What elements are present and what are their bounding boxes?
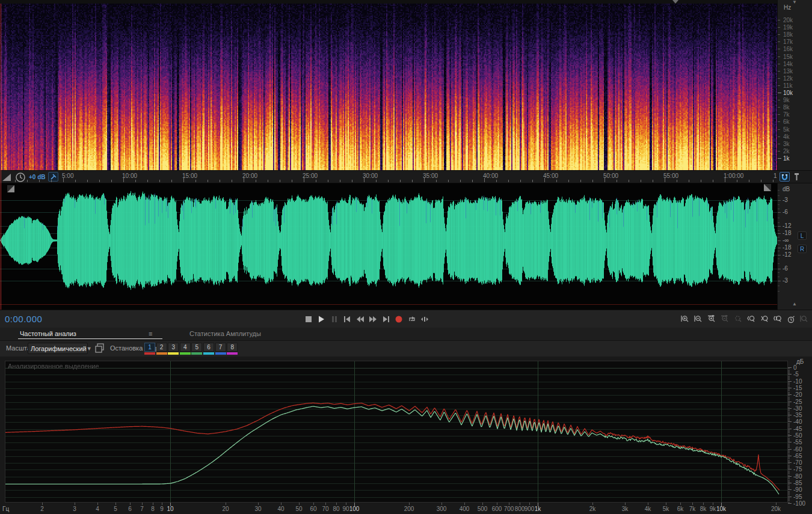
- chart-x-tick: [713, 503, 713, 505]
- time-display[interactable]: 0:00.000: [5, 314, 42, 324]
- chart-y-tick: [788, 381, 792, 382]
- chart-y-minor-tick: [788, 484, 790, 485]
- skip-selection-button[interactable]: [419, 313, 431, 325]
- ruler-tick: [472, 180, 473, 182]
- rewind-button[interactable]: [354, 313, 366, 325]
- spectrogram-scrollbar[interactable]: [0, 0, 812, 4]
- clock-icon[interactable]: [16, 173, 25, 182]
- hz-tick: [778, 158, 781, 159]
- corner-scale-toggle-left-icon[interactable]: [7, 185, 14, 192]
- ruler-tick: [508, 180, 509, 182]
- loop-playback-button[interactable]: [405, 313, 418, 325]
- hold-button-4[interactable]: 4: [180, 343, 191, 352]
- hz-tick-label: 3k: [783, 141, 790, 147]
- zoom-out-selection-button[interactable]: [718, 313, 731, 325]
- record-button[interactable]: [393, 313, 405, 325]
- hold-color-strip: [227, 352, 238, 355]
- chart-y-tick: [788, 497, 792, 497]
- frequency-plot-canvas[interactable]: [5, 361, 787, 502]
- db-tick: [778, 240, 781, 241]
- chart-y-tick-label: -40: [793, 418, 802, 425]
- chart-x-tick: [441, 503, 442, 505]
- chart-x-tick: [680, 503, 681, 505]
- chart-y-tick-label: -50: [793, 432, 802, 439]
- chart-y-minor-tick: [788, 468, 790, 468]
- chevron-up-icon[interactable]: ▲: [792, 301, 797, 307]
- chart-x-tick-label: 1k: [535, 506, 541, 512]
- zoom-full-button[interactable]: [798, 313, 810, 325]
- chart-x-tick: [226, 503, 226, 505]
- hold-button-6[interactable]: 6: [203, 343, 214, 352]
- zoom-in-right-edge-button[interactable]: [758, 313, 770, 325]
- chart-x-tick: [648, 503, 648, 505]
- zoom-out-amplitude-button[interactable]: [692, 313, 704, 325]
- hz-tick-label: 17k: [783, 38, 793, 45]
- zoom-to-selection-button[interactable]: [771, 313, 784, 325]
- chart-y-tick-label: -30: [793, 405, 802, 412]
- chart-y-minor-tick: [788, 502, 790, 503]
- zoom-reset-button[interactable]: [731, 313, 744, 325]
- copy-frames-icon[interactable]: [95, 343, 105, 353]
- hold-button-2[interactable]: 2: [156, 343, 167, 352]
- pin-playhead-toggle[interactable]: [48, 172, 58, 182]
- chart-y-minor-tick: [788, 492, 790, 493]
- spectrogram-display[interactable]: [0, 0, 777, 170]
- tab-amplitude-statistics[interactable]: Статистика Амплитуды: [189, 330, 261, 337]
- hold-button-1[interactable]: 1: [144, 343, 155, 352]
- hold-color-strip: [191, 352, 202, 355]
- chart-x-tick-label: 7: [140, 506, 144, 512]
- ruler-time-label: 1:00:00: [724, 173, 743, 179]
- waveform-display[interactable]: [0, 183, 777, 310]
- ruler-tick: [689, 180, 689, 182]
- stop-button[interactable]: [302, 313, 315, 325]
- chart-y-unit: дБ: [796, 358, 804, 365]
- channel-badge-r[interactable]: R: [798, 245, 807, 253]
- chevron-down-icon: ▼: [87, 346, 92, 352]
- zoom-in-amplitude-button[interactable]: [678, 313, 691, 325]
- corner-scale-toggle-right-icon[interactable]: [764, 184, 771, 191]
- chart-x-tick-label: 3k: [622, 506, 629, 512]
- chart-y-minor-tick: [788, 423, 790, 424]
- go-to-end-button[interactable]: [380, 313, 392, 325]
- hold-button-3[interactable]: 3: [168, 343, 179, 352]
- ruler-tick: [713, 180, 713, 182]
- scale-dropdown[interactable]: Логарифмический ▼: [28, 343, 88, 354]
- hamburger-menu-icon[interactable]: ≡: [149, 330, 152, 337]
- chart-x-tick-label: 700: [504, 506, 514, 512]
- zoom-in-selection-button[interactable]: [705, 313, 718, 325]
- timeline-ruler[interactable]: +0 dB 5:0010:0015:0020:0025:0030:0035:00…: [0, 170, 812, 183]
- fast-forward-button[interactable]: [367, 313, 380, 325]
- channel-badge-l[interactable]: L: [798, 231, 807, 240]
- hz-tick-label: 19k: [783, 24, 793, 31]
- zoom-in-left-edge-button[interactable]: [745, 313, 757, 325]
- hold-button-5[interactable]: 5: [191, 343, 202, 352]
- chart-x-tick-label: 800: [515, 506, 525, 512]
- levels-ramp-icon[interactable]: [2, 174, 11, 181]
- chart-y-minor-tick: [788, 488, 790, 489]
- ruler-time-label: 5:00: [62, 173, 73, 179]
- ruler-tick: [171, 180, 172, 182]
- pause-button[interactable]: [328, 313, 340, 325]
- chart-x-tick-label: 10: [167, 506, 173, 512]
- playhead[interactable]: [1, 4, 1, 310]
- play-button[interactable]: [315, 313, 328, 325]
- level-readout[interactable]: +0 dB: [29, 174, 46, 180]
- db-minor-tick: [778, 259, 780, 259]
- chart-y-minor-tick: [788, 405, 790, 406]
- chevron-down-icon[interactable]: ▼: [792, 0, 797, 5]
- frequency-plot[interactable]: Анализированное выделение: [5, 361, 788, 503]
- ruler-time-label: 45:00: [543, 173, 558, 179]
- tab-frequency-analysis[interactable]: Частотный анализ: [20, 330, 76, 337]
- hold-button-8[interactable]: 8: [227, 343, 238, 352]
- hz-tick-label: 7k: [783, 111, 790, 118]
- chart-y-minor-tick: [788, 418, 790, 418]
- ruler-tick: [352, 180, 352, 182]
- hold-button-7[interactable]: 7: [215, 343, 226, 352]
- chart-y-minor-tick: [788, 479, 790, 479]
- go-to-start-button[interactable]: [341, 313, 354, 325]
- keyframe-pin-button[interactable]: [792, 172, 802, 182]
- ruler-tick: [280, 180, 280, 182]
- zoom-history-button[interactable]: [784, 313, 797, 325]
- ruler-tick: [159, 180, 160, 182]
- magnet-snap-toggle[interactable]: [780, 172, 790, 182]
